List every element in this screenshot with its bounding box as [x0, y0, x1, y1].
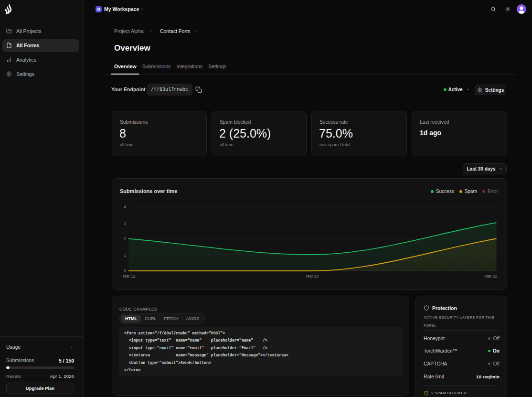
- svg-text:3: 3: [124, 221, 126, 225]
- svg-text:1: 1: [124, 253, 126, 258]
- svg-text:2: 2: [124, 236, 126, 241]
- svg-text:Mar 22: Mar 22: [485, 274, 498, 279]
- svg-text:0: 0: [124, 268, 126, 273]
- svg-text:Mar 12: Mar 12: [123, 274, 136, 279]
- svg-text:Mar 20: Mar 20: [306, 274, 319, 279]
- svg-text:4: 4: [124, 204, 126, 209]
